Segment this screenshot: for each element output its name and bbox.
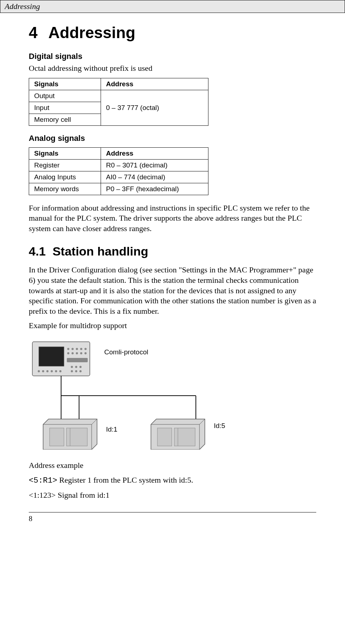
section-title: Station handling [52,244,148,258]
header-title: Addressing [5,2,40,11]
cell-address: R0 – 3071 (decimal) [101,159,208,171]
paragraph-example: Example for multidrop support [29,321,316,331]
chapter-number: 4 [29,24,37,42]
analog-heading: Analog signals [29,134,316,143]
cell-signal: Memory words [29,183,101,195]
cell-signal: Register [29,159,101,171]
svg-rect-32 [66,428,87,446]
svg-point-22 [71,370,73,372]
code-5r1: <5:R1> [29,476,57,485]
footer-rule [29,512,316,512]
col-address: Address [101,78,208,90]
svg-point-5 [80,348,82,350]
svg-point-15 [46,370,49,372]
paragraph-info: For information about addressing and ins… [29,203,316,234]
digital-heading: Digital signals [29,52,316,61]
table-row: Memory words P0 – 3FF (hexadecimal) [29,183,208,195]
svg-point-8 [72,352,74,354]
cell-signal: Memory cell [29,114,101,125]
svg-rect-1 [39,347,64,366]
paragraph-station: In the Driver Configuration dialog (see … [29,265,316,316]
svg-rect-36 [157,428,172,446]
svg-point-21 [79,366,82,368]
table-row: Analog Inputs AI0 – 774 (decimal) [29,171,208,183]
section-number: 4.1 [29,244,46,258]
cell-signal: Output [29,90,101,102]
svg-point-18 [59,370,61,372]
cell-address: 0 – 37 777 (octal) [101,90,208,125]
svg-point-4 [76,348,78,350]
analog-table: Signals Address Register R0 – 3071 (deci… [29,147,208,195]
page-number: 8 [29,515,32,523]
digital-intro: Octal addressing without prefix is used [29,63,316,74]
line1-text: Register 1 from the PLC system with id:5… [57,475,193,484]
page-header: Addressing [0,0,345,13]
table-row: Output 0 – 37 777 (octal) [29,90,208,102]
digital-table: Signals Address Output 0 – 37 777 (octal… [29,78,208,126]
svg-point-24 [79,370,82,372]
svg-rect-37 [174,428,195,446]
svg-point-11 [84,352,87,354]
table-row: Signals Address [29,78,208,90]
page-footer: 8 [0,512,345,523]
svg-point-13 [38,370,40,372]
svg-rect-12 [67,358,88,362]
svg-point-17 [55,370,57,372]
cell-address: P0 – 3FF (hexadecimal) [101,183,208,195]
cell-address: AI0 – 774 (decimal) [101,171,208,183]
protocol-label: Comli-protocol [104,348,148,356]
svg-point-2 [67,348,69,350]
svg-point-7 [67,352,69,354]
id5-label: Id:5 [214,422,225,429]
col-signals: Signals [29,147,101,159]
cell-signal: Analog Inputs [29,171,101,183]
svg-point-9 [76,352,78,354]
col-signals: Signals [29,78,101,90]
address-example-line1: <5:R1> Register 1 from the PLC system wi… [29,475,316,486]
svg-point-23 [75,370,77,372]
col-address: Address [101,147,208,159]
table-row: Signals Address [29,147,208,159]
svg-rect-31 [50,428,64,446]
svg-point-14 [42,370,44,372]
svg-point-3 [72,348,74,350]
chapter-title: Addressing [48,24,135,41]
id1-label: Id:1 [106,426,118,433]
section-heading: 4.1 Station handling [29,244,316,258]
address-example-line2: <1:123> Signal from id:1 [29,490,316,501]
svg-point-20 [75,366,77,368]
svg-point-16 [51,370,53,372]
svg-point-10 [80,352,82,354]
cell-signal: Input [29,102,101,114]
page-content: 4Addressing Digital signals Octal addres… [0,13,345,512]
svg-point-6 [84,348,87,350]
multidrop-diagram: Comli-protocol Id:1 [29,338,244,450]
table-row: Register R0 – 3071 (decimal) [29,159,208,171]
svg-point-19 [71,366,73,368]
address-example-heading: Address example [29,460,316,471]
chapter-heading: 4Addressing [29,24,316,42]
